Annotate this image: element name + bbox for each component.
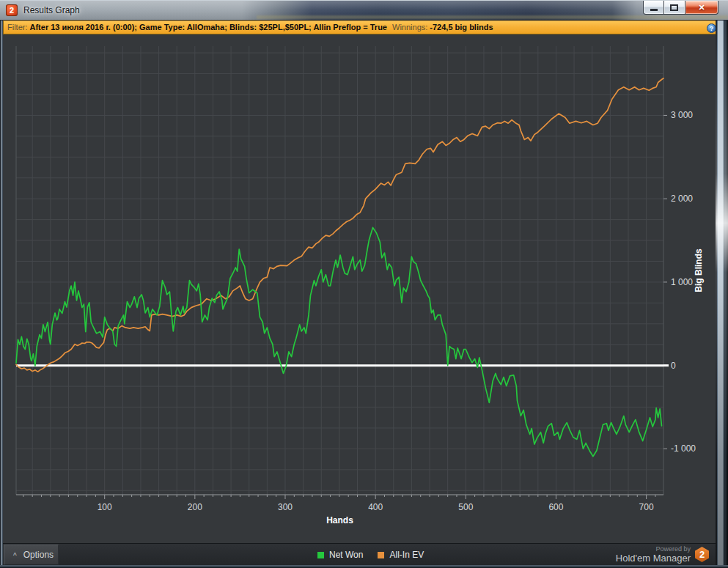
svg-text:600: 600 bbox=[548, 502, 563, 512]
options-label: Options bbox=[23, 550, 54, 560]
all-in-ev-swatch-icon bbox=[378, 552, 384, 558]
svg-text:400: 400 bbox=[368, 502, 383, 512]
winnings-value: -724,5 big blinds bbox=[430, 23, 493, 32]
svg-text:700: 700 bbox=[639, 502, 654, 512]
window-buttons: ✕ bbox=[643, 1, 718, 15]
legend-item-net-won[interactable]: Net Won bbox=[317, 550, 363, 560]
svg-text:Big Blinds: Big Blinds bbox=[694, 248, 704, 292]
winnings-label: Winnings: bbox=[392, 23, 427, 32]
net-won-label: Net Won bbox=[329, 550, 363, 560]
titlebar[interactable]: 2 Results Graph ✕ bbox=[0, 0, 728, 21]
maximize-button[interactable] bbox=[664, 1, 685, 15]
chevron-up-icon: ^ bbox=[13, 552, 17, 560]
svg-text:200: 200 bbox=[188, 502, 202, 512]
window-border-right[interactable] bbox=[716, 21, 728, 568]
options-button[interactable]: ^Options bbox=[4, 545, 59, 565]
window-border-bottom[interactable] bbox=[0, 565, 728, 568]
window-border-left bbox=[0, 21, 3, 568]
svg-text:500: 500 bbox=[458, 502, 473, 512]
svg-text:Hands: Hands bbox=[326, 515, 353, 525]
results-chart: 100200300400500600700-1 00001 0002 0003 … bbox=[3, 34, 716, 543]
hm2-app-icon: 2 bbox=[6, 4, 18, 16]
minimize-button[interactable] bbox=[643, 1, 664, 15]
hm2-logo-icon: 2 bbox=[695, 547, 709, 562]
filter-bar: Filter:After 13 июля 2016 г. (0:00); Gam… bbox=[3, 21, 725, 34]
filter-criteria: After 13 июля 2016 г. (0:00); Game Type:… bbox=[30, 23, 387, 32]
window-title: Results Graph bbox=[23, 5, 80, 15]
maximize-icon bbox=[670, 4, 678, 11]
svg-text:1 000: 1 000 bbox=[671, 277, 693, 287]
svg-text:100: 100 bbox=[98, 502, 112, 512]
bottom-bar: ^Options Net Won All-In EV Powered by Ho… bbox=[3, 543, 716, 565]
svg-text:-1 000: -1 000 bbox=[671, 443, 696, 454]
svg-text:2 000: 2 000 bbox=[671, 193, 693, 204]
net-won-swatch-icon bbox=[317, 552, 324, 558]
filter-label: Filter: bbox=[7, 23, 28, 32]
all-in-ev-label: All-In EV bbox=[389, 550, 424, 560]
minimize-icon bbox=[650, 9, 658, 11]
results-graph-svg: 100200300400500600700-1 00001 0002 0003 … bbox=[3, 34, 716, 543]
svg-text:3 000: 3 000 bbox=[671, 110, 693, 120]
close-button[interactable]: ✕ bbox=[685, 1, 718, 15]
app-name-text: Hold'em Manager bbox=[616, 553, 691, 564]
chart-legend: Net Won All-In EV bbox=[317, 544, 424, 566]
results-graph-window: 2 Results Graph ✕ Filter:After 13 июля 2… bbox=[0, 0, 728, 568]
svg-text:0: 0 bbox=[671, 361, 676, 371]
legend-item-all-in-ev[interactable]: All-In EV bbox=[378, 550, 424, 560]
branding: Powered by Hold'em Manager bbox=[616, 546, 691, 564]
svg-text:300: 300 bbox=[278, 502, 293, 512]
